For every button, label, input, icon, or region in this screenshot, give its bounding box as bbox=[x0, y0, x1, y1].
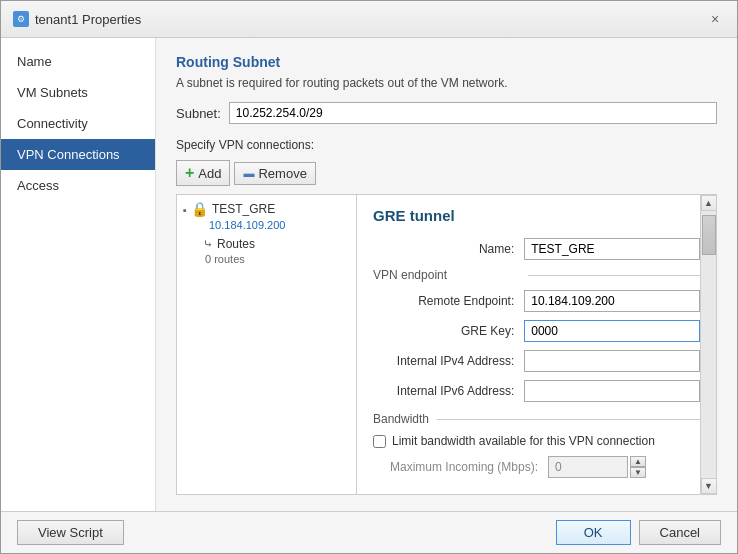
routes-count: 0 routes bbox=[205, 253, 352, 265]
scroll-down[interactable]: ▼ bbox=[701, 478, 717, 494]
scrollbar: ▲ ▼ bbox=[700, 195, 716, 494]
vpn-node-label: TEST_GRE bbox=[212, 202, 275, 216]
title-bar-left: ⚙ tenant1 Properties bbox=[13, 11, 141, 27]
vpn-node-icon: 🔒 bbox=[191, 201, 208, 217]
vpn-node-ip: 10.184.109.200 bbox=[205, 219, 352, 231]
remote-endpoint-label: Remote Endpoint: bbox=[373, 294, 524, 308]
main-content: Routing Subnet A subnet is required for … bbox=[156, 38, 737, 511]
sidebar: Name VM Subnets Connectivity VPN Connect… bbox=[1, 38, 156, 511]
ipv4-input[interactable] bbox=[524, 350, 700, 372]
view-script-button[interactable]: View Script bbox=[17, 520, 124, 545]
sidebar-item-connectivity[interactable]: Connectivity bbox=[1, 108, 155, 139]
tree-toggle[interactable]: ▪ bbox=[183, 204, 187, 216]
section-description: A subnet is required for routing packets… bbox=[176, 76, 717, 90]
ipv4-row: Internal IPv4 Address: bbox=[373, 350, 700, 372]
bandwidth-group-label: Bandwidth bbox=[373, 412, 429, 426]
ipv6-label: Internal IPv6 Address: bbox=[373, 384, 524, 398]
vpn-section-label: Specify VPN connections: bbox=[176, 138, 717, 152]
subnet-label: Subnet: bbox=[176, 106, 221, 121]
limit-bandwidth-label: Limit bandwidth available for this VPN c… bbox=[392, 434, 655, 448]
sidebar-item-vm-subnets[interactable]: VM Subnets bbox=[1, 77, 155, 108]
max-incoming-row: Maximum Incoming (Mbps): ▲ ▼ bbox=[373, 456, 700, 478]
spinner-down[interactable]: ▼ bbox=[630, 467, 646, 478]
name-row: Name: bbox=[373, 238, 700, 260]
spinner-up[interactable]: ▲ bbox=[630, 456, 646, 467]
gre-key-label: GRE Key: bbox=[373, 324, 524, 338]
scroll-thumb[interactable] bbox=[702, 215, 716, 255]
gre-title: GRE tunnel bbox=[373, 207, 700, 224]
name-label: Name: bbox=[373, 242, 524, 256]
ipv4-label: Internal IPv4 Address: bbox=[373, 354, 524, 368]
bandwidth-checkbox-row: Limit bandwidth available for this VPN c… bbox=[373, 434, 700, 448]
footer: View Script OK Cancel bbox=[1, 511, 737, 553]
add-button[interactable]: + Add bbox=[176, 160, 230, 186]
ipv6-row: Internal IPv6 Address: bbox=[373, 380, 700, 402]
cancel-button[interactable]: Cancel bbox=[639, 520, 721, 545]
remote-endpoint-row: Remote Endpoint: bbox=[373, 290, 700, 312]
sidebar-item-access[interactable]: Access bbox=[1, 170, 155, 201]
gre-key-row: GRE Key: bbox=[373, 320, 700, 342]
dialog-window: ⚙ tenant1 Properties × Name VM Subnets C… bbox=[0, 0, 738, 554]
footer-right: OK Cancel bbox=[556, 520, 721, 545]
vpn-endpoint-group-label: VPN endpoint bbox=[373, 268, 528, 282]
section-title: Routing Subnet bbox=[176, 54, 717, 70]
routes-label: Routes bbox=[217, 237, 255, 251]
max-incoming-label: Maximum Incoming (Mbps): bbox=[373, 460, 548, 474]
remove-button[interactable]: ▬ Remove bbox=[234, 162, 315, 185]
scroll-up[interactable]: ▲ bbox=[701, 195, 717, 211]
tree-node-vpn: ▪ 🔒 TEST_GRE 10.184.109.200 ⤷ Routes 0 r… bbox=[181, 199, 352, 269]
subnet-row: Subnet: bbox=[176, 102, 717, 124]
ok-button[interactable]: OK bbox=[556, 520, 631, 545]
routes-row[interactable]: ⤷ Routes bbox=[201, 235, 352, 253]
tree-pane: ▪ 🔒 TEST_GRE 10.184.109.200 ⤷ Routes 0 r… bbox=[177, 195, 357, 494]
window-title: tenant1 Properties bbox=[35, 12, 141, 27]
max-incoming-input[interactable] bbox=[548, 456, 628, 478]
gre-key-input[interactable] bbox=[524, 320, 700, 342]
window-icon: ⚙ bbox=[13, 11, 29, 27]
dialog-body: Name VM Subnets Connectivity VPN Connect… bbox=[1, 38, 737, 511]
detail-pane: GRE tunnel Name: VPN endpoint Remote End… bbox=[357, 195, 716, 494]
ipv6-input[interactable] bbox=[524, 380, 700, 402]
limit-bandwidth-checkbox[interactable] bbox=[373, 435, 386, 448]
sidebar-item-name[interactable]: Name bbox=[1, 46, 155, 77]
add-icon: + bbox=[185, 164, 194, 182]
vpn-toolbar: + Add ▬ Remove bbox=[176, 160, 717, 186]
name-input[interactable] bbox=[524, 238, 700, 260]
routes-icon: ⤷ bbox=[203, 237, 213, 251]
remote-endpoint-input[interactable] bbox=[524, 290, 700, 312]
spinner: ▲ ▼ bbox=[630, 456, 646, 478]
close-button[interactable]: × bbox=[705, 9, 725, 29]
tree-node-row[interactable]: ▪ 🔒 TEST_GRE bbox=[181, 199, 352, 219]
sidebar-item-vpn-connections[interactable]: VPN Connections bbox=[1, 139, 155, 170]
subnet-input[interactable] bbox=[229, 102, 717, 124]
split-pane: ▪ 🔒 TEST_GRE 10.184.109.200 ⤷ Routes 0 r… bbox=[176, 194, 717, 495]
title-bar: ⚙ tenant1 Properties × bbox=[1, 1, 737, 38]
remove-icon: ▬ bbox=[243, 167, 254, 179]
scroll-track bbox=[701, 211, 716, 478]
